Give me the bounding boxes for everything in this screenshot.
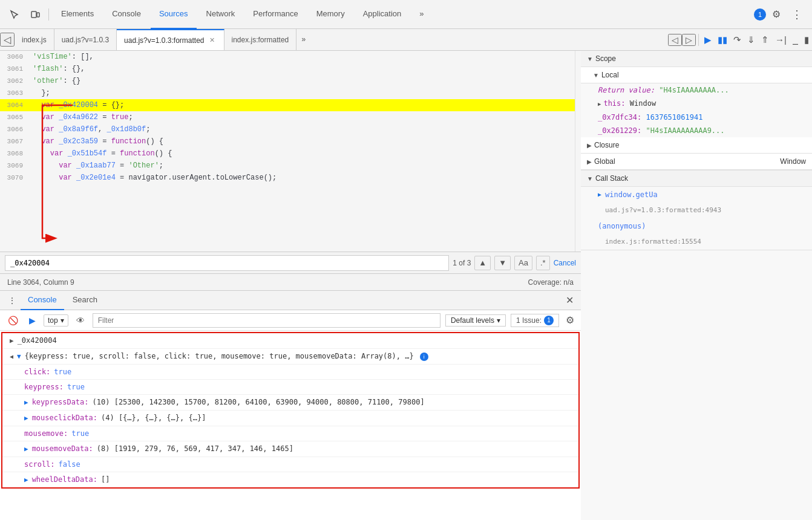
filter-input[interactable] <box>93 313 440 328</box>
code-line-3066: 3066 var _0x8a9f6f, _0x1d8b0f; <box>0 123 575 135</box>
file-tab-index-formatted[interactable]: index.js:formatted <box>224 29 297 51</box>
console-tab-search[interactable]: Search <box>65 291 105 310</box>
object-summary: {keypress: true, scroll: false, click: t… <box>25 351 414 362</box>
clear-console-icon[interactable]: 🚫 <box>5 314 21 327</box>
var1-row: _0x7dfc34: 1637651061941 <box>581 111 812 124</box>
settings-icon[interactable]: ⚙ <box>767 5 785 24</box>
console-settings-icon[interactable]: ⚙ <box>564 313 576 328</box>
var2-row: _0x261229: "H4sIAAAAAAAAA9... <box>581 124 812 137</box>
pause-exceptions-btn[interactable]: ▮ <box>801 33 812 47</box>
code-line-3062: 3062 'other': {} <box>0 75 575 87</box>
prop-keypress-val: true <box>67 382 85 392</box>
console-output: ▶ _0x420004 ◀ ▼ {keypress: true, scroll:… <box>1 332 580 489</box>
tab-console[interactable]: Console <box>103 0 149 29</box>
prop-mousemove: mousemove: true <box>2 426 578 441</box>
step-out-btn[interactable]: ⇑ <box>758 33 772 47</box>
prop-keypressdata-key: keypressData: <box>32 397 89 408</box>
stack-item-1[interactable]: (anonymous) <box>581 218 812 234</box>
chat-badge[interactable]: 1 <box>754 8 766 21</box>
local-header[interactable]: ▼ Local <box>581 67 812 83</box>
stack-item-0[interactable]: ▶ window.getUa <box>581 187 812 203</box>
device-icon[interactable] <box>25 6 45 23</box>
panel-toggle-icon[interactable]: ◁ <box>0 33 15 47</box>
line-content-3066: var _0x8a9f6f, _0x1d8b0f; <box>30 123 575 135</box>
console-toolbar: 🚫 ▶ top ▾ 👁 Default levels ▾ 1 Issue: 1 <box>0 310 581 331</box>
search-regex-btn[interactable]: .* <box>536 256 550 270</box>
callstack-section: ▼ Call Stack ▶ window.getUa uad.js?v=1.0… <box>581 171 812 250</box>
default-levels-label: Default levels <box>451 316 494 325</box>
search-prev-btn[interactable]: ▲ <box>474 256 491 270</box>
pause-btn[interactable]: ▮▮ <box>715 33 730 47</box>
mouseclickdata-arrow[interactable]: ▶ <box>24 413 28 424</box>
main-layout: 3060 'visTime': [], 3061 'flash': {}, 30… <box>0 51 812 520</box>
file-tab-uad-unformatted[interactable]: uad.js?v=1.0.3 <box>54 29 117 51</box>
default-levels-btn[interactable]: Default levels ▾ <box>445 314 506 327</box>
prop-mouseclickdata-val: (4) [{…}, {…}, {…}, {…}] <box>101 412 206 423</box>
search-count: 1 of 3 <box>453 259 471 267</box>
scope-header[interactable]: ▼ Scope <box>581 51 812 67</box>
top-selector[interactable]: top ▾ <box>44 314 68 327</box>
this-label: this: <box>603 98 625 109</box>
prop-wheeldeltadata-key: wheelDeltaData: <box>32 474 97 485</box>
tab-performance[interactable]: Performance <box>244 0 306 29</box>
tab-more[interactable]: » <box>411 0 432 29</box>
object-collapse-arrow[interactable]: ▼ <box>17 351 21 362</box>
close-tab-icon[interactable]: ✕ <box>208 36 217 45</box>
code-line-3069: 3069 var _0x1aab77 = 'Other'; <box>0 160 575 172</box>
line-content-3063: }; <box>30 87 575 99</box>
cursor-icon[interactable] <box>5 6 24 23</box>
code-lines-container: 3060 'visTime': [], 3061 'flash': {}, 30… <box>0 51 575 252</box>
file-nav-prev[interactable]: ◁ <box>668 34 682 46</box>
code-line-3064: 3064 var _0x420004 = {}; <box>0 99 575 111</box>
keypressdata-arrow[interactable]: ▶ <box>24 397 28 408</box>
code-scrollbar[interactable] <box>575 51 581 252</box>
var1-value: 1637651061941 <box>646 112 702 123</box>
prop-mousemove-key: mousemove: <box>24 428 68 439</box>
prop-mousemove-val: true <box>71 428 89 439</box>
step-over-btn[interactable]: ↷ <box>730 33 744 47</box>
top-label: top <box>48 316 58 325</box>
line-num-3060: 3060 <box>0 51 30 63</box>
return-val-value: "H4sIAAAAAAAA... <box>659 85 729 96</box>
closure-header[interactable]: ▶ Closure <box>581 137 812 154</box>
search-cancel-btn[interactable]: Cancel <box>554 259 576 267</box>
tab-application[interactable]: Application <box>355 0 410 29</box>
console-menu-icon[interactable]: ⋮ <box>5 294 19 307</box>
tab-memory[interactable]: Memory <box>308 0 353 29</box>
separator <box>698 34 699 46</box>
wheeldeltadata-arrow[interactable]: ▶ <box>24 475 28 486</box>
more-menu-icon[interactable]: ⋮ <box>787 4 807 25</box>
console-run-icon[interactable]: ▶ <box>26 314 39 327</box>
file-nav-next[interactable]: ▷ <box>682 34 696 46</box>
search-case-btn[interactable]: Aa <box>514 256 532 270</box>
mousemovedata-arrow[interactable]: ▶ <box>24 444 28 455</box>
step-btn[interactable]: →| <box>772 33 790 47</box>
console-tab-console[interactable]: Console <box>21 291 64 310</box>
tab-network[interactable]: Network <box>198 0 244 29</box>
search-next-btn[interactable]: ▼ <box>494 256 511 270</box>
tab-sources[interactable]: Sources <box>151 0 197 29</box>
console-close-icon[interactable]: ✕ <box>563 292 576 308</box>
search-input[interactable] <box>5 255 449 271</box>
stack-item-0-file: uad.js?v=1.0.3:formatted:4943 <box>581 203 812 218</box>
tab-elements[interactable]: Elements <box>53 0 102 29</box>
prop-wheeldeltadata-val: [] <box>101 474 110 485</box>
line-content-3062: 'other': {} <box>30 75 575 87</box>
file-tab-index-js[interactable]: index.js <box>15 29 54 51</box>
deactivate-breakpoints-btn[interactable]: ⎯ <box>790 33 801 47</box>
more-file-tabs-icon[interactable]: » <box>296 36 310 44</box>
eye-icon[interactable]: 👁 <box>73 314 88 327</box>
scope-triangle: ▼ <box>587 56 593 62</box>
line-num-3067: 3067 <box>0 135 30 148</box>
cursor-position: Line 3064, Column 9 <box>7 278 74 287</box>
issue-badge[interactable]: 1 Issue: 1 <box>511 314 559 327</box>
file-tab-uad-formatted[interactable]: uad.js?v=1.0.3:formatted ✕ <box>117 29 224 51</box>
root-expand-arrow[interactable]: ▶ <box>10 336 14 346</box>
return-value-row: Return value: "H4sIAAAAAAAA... <box>581 83 812 97</box>
resume-btn[interactable]: ▶ <box>701 33 715 47</box>
prop-mousemovedata-key: mousemoveData: <box>32 443 93 454</box>
global-header[interactable]: ▶ Global Window <box>581 154 812 170</box>
step-into-btn[interactable]: ⇓ <box>744 33 758 47</box>
callstack-header[interactable]: ▼ Call Stack <box>581 171 812 187</box>
info-icon[interactable]: i <box>420 353 428 361</box>
